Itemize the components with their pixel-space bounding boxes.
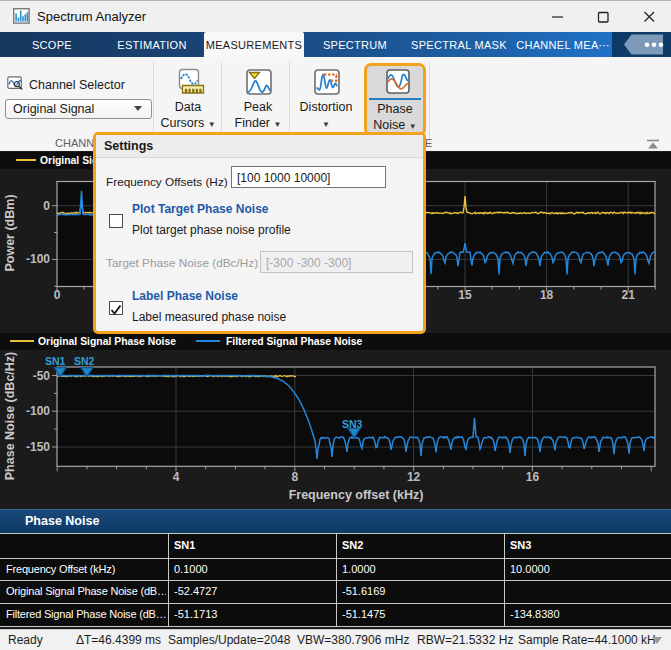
svg-text:-100: -100 xyxy=(26,252,50,266)
svg-text:15: 15 xyxy=(458,288,472,302)
svg-text:0: 0 xyxy=(54,288,61,302)
svg-text:Power (dBm): Power (dBm) xyxy=(3,194,17,271)
svg-text:-150: -150 xyxy=(26,440,50,454)
svg-text:18: 18 xyxy=(540,288,554,302)
svg-text:Phase Noise (dBc/Hz): Phase Noise (dBc/Hz) xyxy=(3,352,17,481)
svg-text:21: 21 xyxy=(622,288,636,302)
svg-text:4: 4 xyxy=(173,470,180,484)
svg-text:SN1: SN1 xyxy=(45,355,66,367)
svg-text:SN2: SN2 xyxy=(74,355,95,367)
svg-text:-100: -100 xyxy=(26,404,50,418)
svg-text:SN3: SN3 xyxy=(342,418,363,430)
svg-text:Frequency offset (kHz): Frequency offset (kHz) xyxy=(289,488,424,502)
svg-text:12: 12 xyxy=(407,470,421,484)
svg-text:-50: -50 xyxy=(33,369,51,383)
svg-text:8: 8 xyxy=(291,470,298,484)
svg-text:0: 0 xyxy=(43,199,50,213)
svg-text:16: 16 xyxy=(526,470,540,484)
